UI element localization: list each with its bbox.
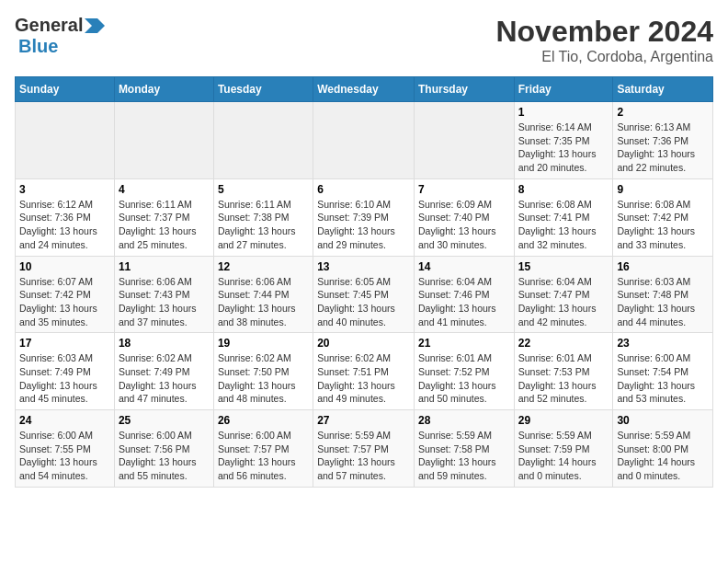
day-info: Sunrise: 6:03 AM Sunset: 7:48 PM Dayligh…	[617, 275, 709, 329]
day-number: 23	[617, 337, 709, 350]
calendar-cell: 1Sunrise: 6:14 AM Sunset: 7:35 PM Daylig…	[514, 102, 613, 179]
weekday-header-thursday: Thursday	[414, 77, 514, 102]
day-number: 2	[617, 106, 709, 119]
day-info: Sunrise: 6:03 AM Sunset: 7:49 PM Dayligh…	[19, 351, 110, 406]
calendar-cell: 28Sunrise: 5:59 AM Sunset: 7:58 PM Dayli…	[414, 410, 514, 488]
logo: General Blue	[15, 15, 107, 57]
day-info: Sunrise: 6:02 AM Sunset: 7:50 PM Dayligh…	[218, 351, 309, 406]
day-number: 9	[617, 183, 709, 196]
day-info: Sunrise: 6:00 AM Sunset: 7:54 PM Dayligh…	[617, 351, 709, 406]
day-number: 24	[19, 414, 110, 427]
calendar-cell	[414, 102, 514, 179]
location-title: El Tio, Cordoba, Argentina	[495, 49, 713, 65]
weekday-header-wednesday: Wednesday	[313, 77, 415, 102]
day-number: 13	[317, 260, 410, 273]
day-info: Sunrise: 6:07 AM Sunset: 7:42 PM Dayligh…	[19, 275, 110, 329]
calendar-cell: 13Sunrise: 6:05 AM Sunset: 7:45 PM Dayli…	[313, 256, 415, 333]
calendar-cell: 23Sunrise: 6:00 AM Sunset: 7:54 PM Dayli…	[613, 333, 713, 410]
calendar-cell: 22Sunrise: 6:01 AM Sunset: 7:53 PM Dayli…	[514, 333, 613, 410]
day-info: Sunrise: 6:00 AM Sunset: 7:56 PM Dayligh…	[119, 429, 210, 483]
day-info: Sunrise: 6:06 AM Sunset: 7:43 PM Dayligh…	[119, 275, 210, 329]
day-info: Sunrise: 6:02 AM Sunset: 7:51 PM Dayligh…	[317, 351, 410, 406]
day-number: 30	[617, 414, 709, 427]
day-number: 15	[518, 260, 609, 273]
calendar-cell	[114, 102, 213, 179]
week-row-2: 3Sunrise: 6:12 AM Sunset: 7:36 PM Daylig…	[16, 178, 713, 256]
logo-arrow-icon	[85, 18, 105, 33]
day-info: Sunrise: 6:09 AM Sunset: 7:40 PM Dayligh…	[418, 198, 510, 252]
day-info: Sunrise: 6:14 AM Sunset: 7:35 PM Dayligh…	[518, 121, 609, 175]
svg-marker-0	[85, 18, 105, 33]
day-info: Sunrise: 6:01 AM Sunset: 7:52 PM Dayligh…	[418, 351, 510, 406]
day-number: 14	[418, 260, 510, 273]
day-number: 29	[518, 414, 609, 427]
day-number: 26	[218, 414, 309, 427]
day-number: 27	[317, 414, 410, 427]
calendar-table: SundayMondayTuesdayWednesdayThursdayFrid…	[15, 76, 713, 488]
weekday-header-friday: Friday	[514, 77, 613, 102]
calendar-cell: 6Sunrise: 6:10 AM Sunset: 7:39 PM Daylig…	[313, 178, 415, 256]
day-info: Sunrise: 6:08 AM Sunset: 7:42 PM Dayligh…	[617, 198, 709, 252]
calendar-cell: 20Sunrise: 6:02 AM Sunset: 7:51 PM Dayli…	[313, 333, 415, 410]
calendar-cell: 26Sunrise: 6:00 AM Sunset: 7:57 PM Dayli…	[213, 410, 313, 488]
calendar-cell: 24Sunrise: 6:00 AM Sunset: 7:55 PM Dayli…	[16, 410, 115, 488]
day-info: Sunrise: 6:12 AM Sunset: 7:36 PM Dayligh…	[19, 198, 110, 252]
day-number: 12	[218, 260, 309, 273]
calendar-cell	[16, 102, 115, 179]
day-number: 20	[317, 337, 410, 350]
calendar-cell: 17Sunrise: 6:03 AM Sunset: 7:49 PM Dayli…	[16, 333, 115, 410]
day-info: Sunrise: 6:04 AM Sunset: 7:46 PM Dayligh…	[418, 275, 510, 329]
calendar-cell: 30Sunrise: 5:59 AM Sunset: 8:00 PM Dayli…	[613, 410, 713, 488]
calendar-cell: 16Sunrise: 6:03 AM Sunset: 7:48 PM Dayli…	[613, 256, 713, 333]
day-number: 17	[19, 337, 110, 350]
calendar-cell: 9Sunrise: 6:08 AM Sunset: 7:42 PM Daylig…	[613, 178, 713, 256]
day-number: 6	[317, 183, 410, 196]
day-info: Sunrise: 6:13 AM Sunset: 7:36 PM Dayligh…	[617, 121, 709, 175]
title-area: November 2024 El Tio, Cordoba, Argentina	[495, 15, 713, 65]
calendar-cell	[213, 102, 313, 179]
day-number: 25	[119, 414, 210, 427]
calendar-cell: 7Sunrise: 6:09 AM Sunset: 7:40 PM Daylig…	[414, 178, 514, 256]
day-number: 16	[617, 260, 709, 273]
logo-blue: Blue	[18, 36, 58, 56]
weekday-header-monday: Monday	[114, 77, 213, 102]
day-number: 22	[518, 337, 609, 350]
day-number: 5	[218, 183, 309, 196]
day-info: Sunrise: 6:08 AM Sunset: 7:41 PM Dayligh…	[518, 198, 609, 252]
day-info: Sunrise: 6:10 AM Sunset: 7:39 PM Dayligh…	[317, 198, 410, 252]
header: General Blue November 2024 El Tio, Cordo…	[15, 15, 713, 65]
calendar-cell: 4Sunrise: 6:11 AM Sunset: 7:37 PM Daylig…	[114, 178, 213, 256]
day-info: Sunrise: 5:59 AM Sunset: 7:58 PM Dayligh…	[418, 429, 510, 483]
month-title: November 2024	[495, 15, 713, 49]
calendar-cell: 5Sunrise: 6:11 AM Sunset: 7:38 PM Daylig…	[213, 178, 313, 256]
day-number: 1	[518, 106, 609, 119]
day-number: 8	[518, 183, 609, 196]
day-info: Sunrise: 6:06 AM Sunset: 7:44 PM Dayligh…	[218, 275, 309, 329]
calendar-cell: 10Sunrise: 6:07 AM Sunset: 7:42 PM Dayli…	[16, 256, 115, 333]
logo-general: General	[15, 15, 83, 36]
day-info: Sunrise: 6:04 AM Sunset: 7:47 PM Dayligh…	[518, 275, 609, 329]
weekday-header-row: SundayMondayTuesdayWednesdayThursdayFrid…	[16, 77, 713, 102]
day-number: 4	[119, 183, 210, 196]
day-info: Sunrise: 6:11 AM Sunset: 7:38 PM Dayligh…	[218, 198, 309, 252]
weekday-header-sunday: Sunday	[16, 77, 115, 102]
day-info: Sunrise: 5:59 AM Sunset: 7:57 PM Dayligh…	[317, 429, 410, 483]
calendar-cell: 29Sunrise: 5:59 AM Sunset: 7:59 PM Dayli…	[514, 410, 613, 488]
day-info: Sunrise: 5:59 AM Sunset: 7:59 PM Dayligh…	[518, 429, 609, 483]
calendar-cell: 21Sunrise: 6:01 AM Sunset: 7:52 PM Dayli…	[414, 333, 514, 410]
day-number: 21	[418, 337, 510, 350]
day-info: Sunrise: 6:11 AM Sunset: 7:37 PM Dayligh…	[119, 198, 210, 252]
day-info: Sunrise: 5:59 AM Sunset: 8:00 PM Dayligh…	[617, 429, 709, 483]
day-number: 28	[418, 414, 510, 427]
week-row-3: 10Sunrise: 6:07 AM Sunset: 7:42 PM Dayli…	[16, 256, 713, 333]
calendar-cell: 14Sunrise: 6:04 AM Sunset: 7:46 PM Dayli…	[414, 256, 514, 333]
weekday-header-tuesday: Tuesday	[213, 77, 313, 102]
day-number: 19	[218, 337, 309, 350]
day-number: 18	[119, 337, 210, 350]
calendar-cell: 11Sunrise: 6:06 AM Sunset: 7:43 PM Dayli…	[114, 256, 213, 333]
weekday-header-saturday: Saturday	[613, 77, 713, 102]
calendar-cell: 19Sunrise: 6:02 AM Sunset: 7:50 PM Dayli…	[213, 333, 313, 410]
calendar-cell	[313, 102, 415, 179]
calendar-cell: 8Sunrise: 6:08 AM Sunset: 7:41 PM Daylig…	[514, 178, 613, 256]
calendar-cell: 18Sunrise: 6:02 AM Sunset: 7:49 PM Dayli…	[114, 333, 213, 410]
